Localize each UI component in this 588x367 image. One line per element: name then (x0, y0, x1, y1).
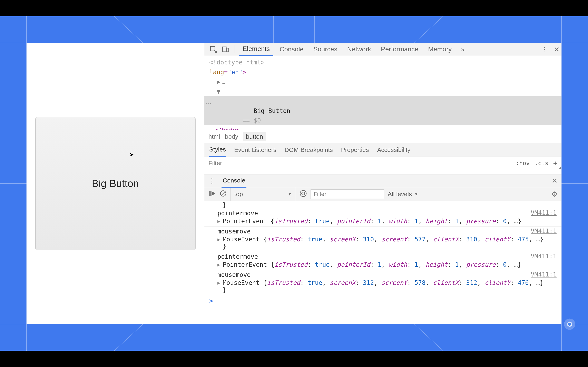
more-tabs-icon[interactable]: » (458, 44, 467, 54)
log-event-name: pointermove (217, 209, 557, 217)
log-trailing-brace: } (204, 201, 562, 208)
console-filter-input[interactable] (311, 189, 384, 199)
tab-memory[interactable]: Memory (424, 43, 456, 55)
svg-line-9 (415, 16, 443, 43)
inspect-element-icon[interactable] (208, 44, 218, 54)
dom-selected-node[interactable]: … Big Button == $0 (204, 96, 562, 125)
context-selector[interactable]: top ▼ (231, 187, 296, 201)
log-source-link[interactable]: VM411:1 (531, 227, 557, 234)
dom-head: … (222, 78, 225, 85)
crumb-html[interactable]: html (208, 133, 220, 140)
big-button[interactable]: Big Button (35, 117, 196, 250)
console-log[interactable]: } pointermove VM411:1 ▶PointerEvent {isT… (204, 201, 562, 324)
devtools-panel: Elements Console Sources Network Perform… (204, 43, 562, 324)
context-value: top (234, 191, 243, 198)
svg-line-10 (114, 324, 143, 351)
execution-step-icon[interactable] (208, 190, 216, 199)
log-event-name: pointermove (217, 252, 557, 261)
log-event-name: mousemove (217, 227, 557, 236)
slide-background: Big Button ➤ Elements Console Sources Ne… (0, 16, 588, 351)
subtab-properties[interactable]: Properties (341, 146, 369, 156)
log-source-link[interactable]: VM411:1 (531, 253, 557, 260)
dom-doctype: <!doctype html> (209, 59, 265, 66)
log-class: PointerEvent (223, 261, 267, 268)
svg-point-25 (568, 323, 571, 326)
cls-toggle[interactable]: .cls (535, 160, 548, 167)
svg-point-21 (302, 192, 305, 195)
dom-html-open: lang="en"> (209, 68, 246, 76)
console-settings-icon[interactable]: ⚙ (551, 190, 557, 198)
dom-button-text: Big Button (254, 107, 291, 114)
tab-sources[interactable]: Sources (310, 43, 341, 55)
styles-filter-row: :hov .cls + (204, 157, 562, 170)
live-expression-icon[interactable] (300, 190, 307, 199)
svg-rect-15 (223, 47, 226, 52)
dom-body-close: </body> (204, 125, 562, 130)
big-button-label: Big Button (92, 178, 139, 189)
svg-line-20 (221, 191, 225, 196)
chrome-logo-icon (563, 318, 576, 330)
devtools-tabstrip: Elements Console Sources Network Perform… (204, 43, 562, 56)
log-entry: pointermove VM411:1 ▶PointerEvent {isTru… (204, 252, 562, 270)
svg-line-8 (114, 16, 143, 43)
crumb-body[interactable]: body (225, 133, 238, 140)
resize-corner-icon[interactable] (559, 167, 561, 169)
tab-console[interactable]: Console (276, 43, 307, 55)
new-style-rule-icon[interactable]: + (553, 159, 557, 167)
svg-marker-18 (212, 191, 215, 196)
device-toolbar-icon[interactable] (221, 44, 231, 54)
log-class: MouseEvent (223, 236, 260, 243)
elements-breadcrumb: html body button (204, 130, 562, 143)
subtab-event-listeners[interactable]: Event Listeners (234, 146, 277, 156)
log-event-name: mousemove (217, 270, 557, 279)
log-levels-label: All levels (388, 191, 412, 198)
svg-line-11 (415, 324, 443, 351)
disclosure-triangle-icon[interactable]: ▶ (217, 237, 220, 242)
drawer-tab-console[interactable]: Console (222, 174, 246, 188)
devtools-window: Big Button ➤ Elements Console Sources Ne… (26, 43, 562, 324)
kebab-menu-icon[interactable]: ⋮ (539, 44, 549, 54)
styles-filter-input[interactable] (208, 160, 453, 167)
tab-elements[interactable]: Elements (239, 43, 273, 56)
page-viewport: Big Button ➤ (26, 43, 204, 324)
log-entry: mousemove VM411:1 ▶MouseEvent {isTrusted… (204, 270, 562, 295)
subtab-accessibility[interactable]: Accessibility (377, 146, 410, 156)
log-levels-selector[interactable]: All levels ▼ (388, 191, 418, 198)
clear-console-icon[interactable] (219, 190, 227, 199)
svg-rect-17 (209, 191, 211, 196)
log-source-link[interactable]: VM411:1 (531, 209, 557, 216)
hov-toggle[interactable]: :hov (516, 160, 530, 167)
disclosure-triangle-icon[interactable]: ▶ (217, 219, 220, 224)
log-entry: pointermove VM411:1 ▶PointerEvent {isTru… (204, 208, 562, 226)
drawer-close-icon[interactable]: ✕ (552, 177, 557, 185)
subtab-dom-breakpoints[interactable]: DOM Breakpoints (285, 146, 333, 156)
prompt-chevron-icon: > (209, 297, 213, 304)
log-class: PointerEvent (223, 217, 267, 225)
chevron-down-icon: ▼ (414, 192, 418, 197)
disclosure-triangle-icon[interactable]: ▶ (217, 262, 220, 267)
log-class: MouseEvent (223, 279, 260, 286)
elements-dom-tree[interactable]: <!doctype html> lang="en"> ▶… ▼ … Big Bu… (204, 56, 562, 130)
sidebar-tabstrip: Styles Event Listeners DOM Breakpoints P… (204, 143, 562, 157)
dom-eq0: == $0 (239, 117, 261, 124)
disclosure-triangle-icon[interactable]: ▶ (217, 280, 220, 285)
tab-network[interactable]: Network (343, 43, 375, 55)
log-props: {isTrusted: true, screenX: 310, screenY:… (263, 236, 544, 243)
subtab-styles[interactable]: Styles (209, 146, 226, 157)
log-source-link[interactable]: VM411:1 (531, 271, 557, 278)
log-entry: mousemove VM411:1 ▶MouseEvent {isTrusted… (204, 226, 562, 252)
svg-point-22 (300, 191, 306, 197)
log-props: {isTrusted: true, pointerId: 1, width: 1… (271, 217, 521, 225)
console-prompt[interactable]: > (204, 295, 562, 307)
log-props: {isTrusted: true, pointerId: 1, width: 1… (271, 261, 521, 268)
close-devtools-icon[interactable]: ✕ (552, 44, 562, 54)
text-caret (217, 298, 217, 304)
drawer-kebab-icon[interactable]: ⋮ (208, 177, 215, 185)
chevron-down-icon: ▼ (287, 192, 292, 197)
styles-body (204, 170, 562, 175)
crumb-button[interactable]: button (243, 132, 266, 141)
tab-performance[interactable]: Performance (377, 43, 422, 55)
log-props: {isTrusted: true, screenX: 312, screenY:… (263, 279, 544, 286)
svg-rect-16 (227, 48, 229, 52)
console-toolbar: top ▼ All levels ▼ ⚙ (204, 187, 562, 201)
